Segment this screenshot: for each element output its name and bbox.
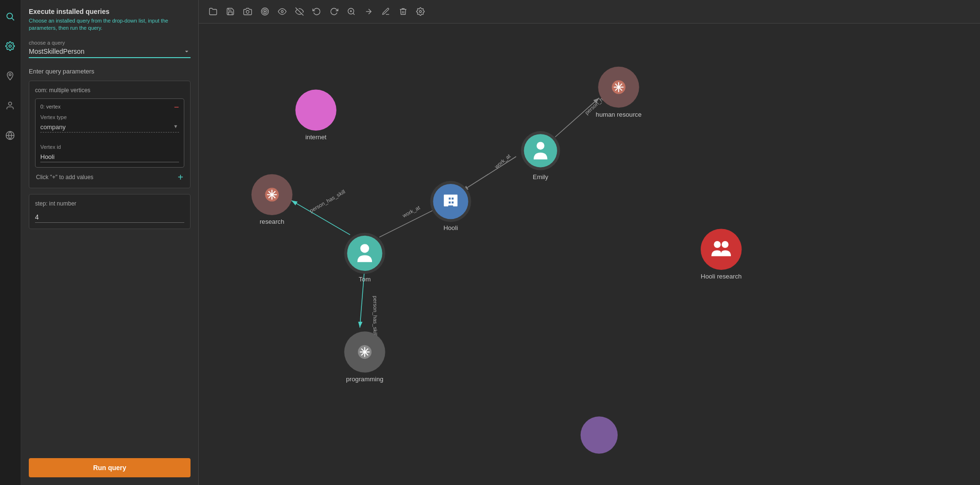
edge-label-person-has-skill-research: person_has_skill <box>309 189 346 214</box>
node-human-resource[interactable]: human resource <box>596 67 642 118</box>
person-sidebar-icon[interactable] <box>0 95 21 116</box>
node-tom-label: Tom <box>359 276 370 283</box>
svg-point-47 <box>360 244 369 253</box>
svg-point-7 <box>246 11 249 13</box>
svg-point-54 <box>701 229 741 270</box>
add-values-row: Click "+" to add values + <box>35 172 184 182</box>
svg-point-2 <box>9 45 12 48</box>
panel-title: Execute installed queries <box>29 8 191 15</box>
node-research[interactable]: research <box>251 174 292 226</box>
step-label: step: int number <box>35 200 184 207</box>
vertex-type-wrapper: company <box>40 122 179 138</box>
step-param-box: step: int number <box>29 194 191 229</box>
remove-vertex-button[interactable]: − <box>174 103 179 111</box>
add-values-button[interactable]: + <box>178 172 183 182</box>
vertex-box: 0: vertex − Vertex type company Vertex i… <box>35 98 184 168</box>
step-input[interactable] <box>35 212 184 223</box>
svg-point-46 <box>347 236 382 271</box>
svg-line-1 <box>12 18 14 21</box>
node-emily-label: Emily <box>533 173 549 181</box>
globe-sidebar-icon[interactable] <box>0 125 21 146</box>
node-hooli-research-label: Hooli research <box>701 273 741 280</box>
vertex-id-label: Vertex id <box>40 144 179 150</box>
vertex-id-input[interactable] <box>40 152 179 162</box>
left-panel: Execute installed queries Choose an inst… <box>21 0 199 485</box>
vertex-type-label: Vertex type <box>40 114 179 120</box>
node-internet-label: internet <box>305 133 326 141</box>
svg-point-11 <box>281 11 284 13</box>
svg-point-29 <box>524 134 557 167</box>
location-sidebar-icon[interactable] <box>0 65 21 86</box>
toolbar <box>199 0 980 24</box>
choose-label: choose a query <box>29 40 191 46</box>
node-human-resource-label: human resource <box>596 111 642 118</box>
eye-off-toolbar-icon[interactable] <box>293 5 306 18</box>
camera-toolbar-icon[interactable] <box>241 5 254 18</box>
vertex-header: 0: vertex <box>40 104 179 109</box>
svg-point-0 <box>7 13 12 19</box>
search-sidebar-icon[interactable] <box>0 6 21 27</box>
svg-rect-43 <box>452 202 454 204</box>
svg-point-18 <box>419 11 422 13</box>
undo-toolbar-icon[interactable] <box>310 5 323 18</box>
node-hooli[interactable]: Hooli <box>430 181 471 231</box>
query-selected: MostSkilledPerson <box>29 48 84 55</box>
vertex-type-select[interactable]: company <box>40 122 179 133</box>
redo-toolbar-icon[interactable] <box>327 5 341 18</box>
zoom-in-toolbar-icon[interactable] <box>345 5 358 18</box>
node-programming-label: programming <box>346 376 383 383</box>
node-emily[interactable]: Emily <box>521 131 560 181</box>
svg-point-55 <box>714 241 720 248</box>
save-toolbar-icon[interactable] <box>224 5 237 18</box>
svg-line-14 <box>353 13 354 14</box>
dropdown-arrow-icon <box>183 48 191 55</box>
svg-rect-40 <box>449 197 451 199</box>
node-internet[interactable]: internet <box>295 90 336 141</box>
panel-subtitle: Choose an installed query from the drop-… <box>29 17 191 32</box>
settings-sidebar-icon[interactable] <box>0 36 21 57</box>
svg-point-56 <box>722 241 729 248</box>
trash-toolbar-icon[interactable] <box>396 5 410 18</box>
eye-toolbar-icon[interactable] <box>275 5 289 18</box>
svg-rect-44 <box>448 206 453 208</box>
svg-point-10 <box>264 11 266 12</box>
graph-canvas[interactable]: person_has_sk work_at work_at person_has… <box>199 24 980 485</box>
pen-toolbar-icon[interactable] <box>379 5 393 18</box>
node-hooli-label: Hooli <box>443 224 458 231</box>
svg-point-8 <box>262 8 269 15</box>
svg-point-4 <box>9 102 12 106</box>
icon-bar <box>0 0 21 485</box>
enter-params-label: Enter query parameters <box>29 68 191 75</box>
add-values-label: Click "+" to add values <box>36 174 94 181</box>
com-param-box: com: multiple vertices 0: vertex − Verte… <box>29 81 191 188</box>
com-label: com: multiple vertices <box>35 87 184 94</box>
run-query-button[interactable]: Run query <box>29 458 191 477</box>
svg-point-9 <box>263 10 267 14</box>
folder-toolbar-icon[interactable] <box>206 5 220 18</box>
node-tom[interactable]: Tom <box>344 233 385 283</box>
node-partial[interactable] <box>581 416 618 453</box>
svg-point-3 <box>9 73 11 75</box>
gear-toolbar-icon[interactable] <box>414 5 427 18</box>
node-programming[interactable]: programming <box>344 331 385 383</box>
node-research-label: research <box>260 218 284 225</box>
edge-label-work-at-tom: work_at <box>401 205 421 219</box>
svg-rect-39 <box>444 194 457 206</box>
svg-point-57 <box>581 416 618 453</box>
svg-point-30 <box>537 142 544 149</box>
svg-point-21 <box>295 90 336 131</box>
node-hooli-research[interactable]: Hooli research <box>701 229 741 280</box>
query-dropdown[interactable]: MostSkilledPerson <box>29 48 191 58</box>
main-area: person_has_sk work_at work_at person_has… <box>199 0 980 485</box>
svg-rect-41 <box>452 197 454 199</box>
edge-emily-hooli <box>462 157 516 191</box>
target-toolbar-icon[interactable] <box>258 5 272 18</box>
edge-label-person-has-skill-prog: person_has_skill <box>372 296 378 336</box>
svg-rect-42 <box>449 202 451 204</box>
arrow-right-toolbar-icon[interactable] <box>362 5 375 18</box>
